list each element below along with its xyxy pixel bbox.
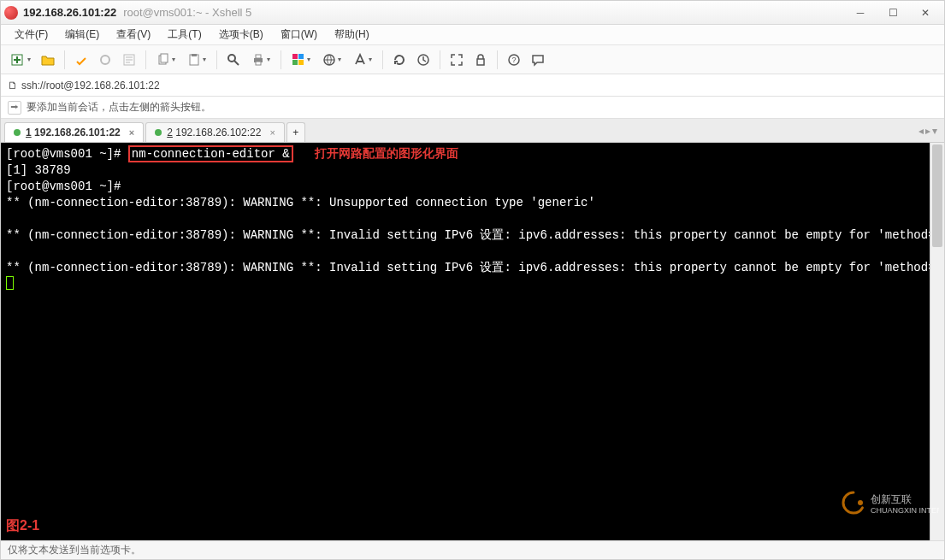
svg-rect-11 [292, 54, 298, 59]
toolbar-separator [281, 50, 281, 69]
tab-list-button[interactable]: ▾ [932, 125, 937, 137]
svg-rect-4 [161, 54, 168, 62]
title-bar: 192.168.26.101:22 root@vms001:~ - Xshell… [1, 1, 944, 25]
tab-accel: 2 [167, 127, 173, 139]
menu-file[interactable]: 文件(F) [8, 26, 55, 44]
svg-rect-12 [298, 54, 304, 59]
maximize-icon: ☐ [889, 7, 898, 19]
close-icon: ✕ [921, 7, 930, 19]
history-button[interactable] [412, 49, 434, 71]
new-session-button[interactable]: ▾ [6, 49, 35, 71]
add-session-arrow-button[interactable]: ⮕ [8, 101, 21, 115]
find-button[interactable] [222, 49, 245, 71]
properties-button[interactable] [118, 49, 140, 71]
tab-label: 192.168.26.102:22 [175, 127, 261, 139]
font-button[interactable]: ▾ [348, 49, 377, 71]
paste-button[interactable]: ▾ [182, 49, 211, 71]
tab-label: 192.168.26.101:22 [34, 127, 121, 139]
svg-rect-6 [192, 54, 197, 56]
open-button[interactable] [37, 49, 59, 71]
annotation-text: 打开网路配置的图形化界面 [315, 147, 458, 161]
prompt: [root@vms001 ~]# [6, 180, 121, 193]
copy-button[interactable]: ▾ [151, 49, 180, 71]
menu-help[interactable]: 帮助(H) [328, 26, 376, 44]
terminal-scrollbar[interactable] [930, 143, 944, 540]
svg-rect-9 [256, 55, 261, 58]
prompt: [root@vms001 ~]# [6, 147, 121, 161]
title-host: 192.168.26.101:22 [23, 6, 116, 19]
menu-bar: 文件(F) 编辑(E) 查看(V) 工具(T) 选项卡(B) 窗口(W) 帮助(… [1, 25, 944, 45]
menu-tools[interactable]: 工具(T) [161, 26, 208, 44]
refresh-button[interactable] [388, 49, 410, 71]
lock-button[interactable] [470, 49, 492, 71]
status-bar: 仅将文本发送到当前选项卡。 [1, 540, 944, 559]
encoding-button[interactable]: ▾ [317, 49, 346, 71]
toolbar-separator [497, 50, 498, 69]
tab-prev-button[interactable]: ◂ [918, 125, 924, 137]
maximize-button[interactable]: ☐ [877, 3, 908, 22]
output-line: [1] 38789 [6, 163, 71, 177]
toolbar-separator [64, 50, 65, 69]
svg-rect-14 [298, 60, 304, 65]
reconnect-button[interactable] [70, 49, 92, 71]
xshell-window: 192.168.26.101:22 root@vms001:~ - Xshell… [0, 0, 945, 560]
hint-bar: ⮕ 要添加当前会话，点击左侧的箭头按钮。 [1, 97, 944, 119]
color-scheme-button[interactable]: ▾ [286, 49, 316, 71]
tab-accel: 1 [26, 127, 32, 139]
toolbar-separator [440, 50, 440, 69]
terminal-output: [root@vms001 ~]# nm-connection-editor & … [6, 146, 927, 537]
svg-rect-17 [477, 59, 484, 65]
terminal[interactable]: [root@vms001 ~]# nm-connection-editor & … [1, 143, 944, 540]
output-line: ** (nm-connection-editor:38789): WARNING… [6, 196, 595, 209]
address-text: ssh://root@192.168.26.101:22 [21, 80, 160, 91]
app-icon [4, 6, 18, 20]
session-tabs: 1 192.168.26.101:22 × 2 192.168.26.102:2… [1, 119, 944, 143]
feedback-button[interactable] [527, 49, 549, 71]
toolbar-separator [382, 50, 383, 69]
tab-close-icon[interactable]: × [269, 127, 275, 138]
status-text: 仅将文本发送到当前选项卡。 [8, 543, 141, 557]
session-tab-2[interactable]: 2 192.168.26.102:22 × [145, 122, 285, 142]
plus-icon: + [292, 127, 298, 139]
help-button[interactable]: ? [503, 49, 525, 71]
address-chip: 🗋 ssh://root@192.168.26.101:22 [8, 80, 160, 91]
fullscreen-button[interactable] [446, 49, 468, 71]
menu-tabs[interactable]: 选项卡(B) [212, 26, 270, 44]
svg-text:?: ? [511, 56, 516, 64]
svg-point-7 [228, 55, 235, 62]
close-button[interactable]: ✕ [910, 3, 941, 22]
session-tab-1[interactable]: 1 192.168.26.101:22 × [4, 122, 144, 142]
menu-view[interactable]: 查看(V) [109, 26, 157, 44]
minimize-icon: ─ [857, 7, 865, 19]
status-dot-icon [14, 129, 21, 136]
print-button[interactable]: ▾ [246, 49, 275, 71]
command-highlight: nm-connection-editor & [128, 145, 293, 162]
address-bar[interactable]: 🗋 ssh://root@192.168.26.101:22 [1, 74, 944, 97]
disconnect-button[interactable] [94, 49, 116, 71]
toolbar: ▾ ▾ ▾ ▾ ▾ ▾ ▾ ? [1, 45, 944, 74]
output-line: ** (nm-connection-editor:38789): WARNING… [6, 261, 944, 274]
scrollbar-thumb[interactable] [932, 144, 942, 247]
output-line: ** (nm-connection-editor:38789): WARNING… [6, 228, 944, 242]
lock-icon: 🗋 [8, 80, 18, 91]
menu-window[interactable]: 窗口(W) [274, 26, 324, 44]
toolbar-separator [145, 50, 146, 69]
hint-text: 要添加当前会话，点击左侧的箭头按钮。 [27, 100, 211, 115]
tab-close-icon[interactable]: × [129, 127, 134, 138]
svg-rect-10 [256, 62, 261, 65]
minimize-button[interactable]: ─ [845, 3, 876, 22]
svg-rect-13 [292, 60, 298, 65]
figure-label: 图2-1 [6, 517, 39, 535]
svg-point-1 [101, 56, 109, 64]
toolbar-separator [216, 50, 217, 69]
tab-next-button[interactable]: ▸ [925, 125, 930, 137]
cursor [6, 276, 14, 290]
title-sub: root@vms001:~ - Xshell 5 [123, 6, 251, 19]
status-dot-icon [155, 129, 162, 136]
menu-edit[interactable]: 编辑(E) [58, 26, 106, 44]
new-tab-button[interactable]: + [286, 122, 305, 142]
